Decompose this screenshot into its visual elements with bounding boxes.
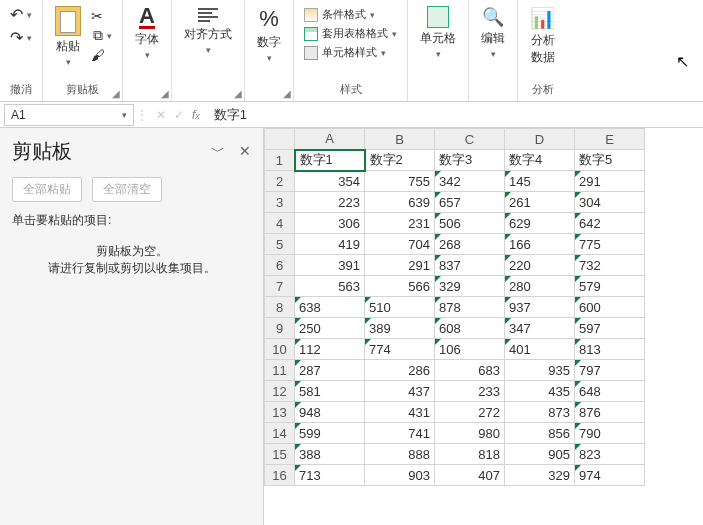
cell-styles-button[interactable]: 单元格样式▾ [302,44,388,61]
row-header[interactable]: 16 [265,465,295,486]
cell[interactable]: 391 [295,255,365,276]
cell[interactable]: 774 [365,339,435,360]
column-header[interactable]: D [505,129,575,150]
row-header[interactable]: 8 [265,297,295,318]
column-header[interactable]: E [575,129,645,150]
cell[interactable]: 数字3 [435,150,505,171]
select-all-corner[interactable] [265,129,295,150]
cell[interactable]: 435 [505,381,575,402]
paste-button[interactable]: 粘贴 ▾ [51,4,85,69]
cell[interactable]: 166 [505,234,575,255]
cell[interactable]: 683 [435,360,505,381]
row-header[interactable]: 7 [265,276,295,297]
cell[interactable]: 937 [505,297,575,318]
row-header[interactable]: 1 [265,150,295,171]
cell[interactable]: 268 [435,234,505,255]
cell[interactable]: 873 [505,402,575,423]
alignment-dialog-launcher[interactable]: ◢ [234,88,242,99]
cell[interactable]: 342 [435,171,505,192]
font-button[interactable]: 字体 ▾ [131,4,163,62]
cell[interactable]: 566 [365,276,435,297]
editing-button[interactable]: 编辑 ▾ [477,4,509,61]
cell[interactable]: 903 [365,465,435,486]
cell[interactable]: 713 [295,465,365,486]
number-button[interactable]: 数字 ▾ [253,4,285,65]
cell[interactable]: 329 [505,465,575,486]
cell[interactable]: 741 [365,423,435,444]
formula-input[interactable]: 数字1 [208,106,703,124]
row-header[interactable]: 14 [265,423,295,444]
cut-button[interactable] [91,8,103,24]
cancel-icon[interactable]: ✕ [156,108,166,122]
cell[interactable]: 581 [295,381,365,402]
row-header[interactable]: 2 [265,171,295,192]
cell[interactable]: 304 [575,192,645,213]
row-header[interactable]: 6 [265,255,295,276]
column-header[interactable]: B [365,129,435,150]
cell[interactable]: 数字1 [295,150,365,171]
cell[interactable]: 389 [365,318,435,339]
cell[interactable]: 510 [365,297,435,318]
cell[interactable]: 数字2 [365,150,435,171]
cell[interactable]: 642 [575,213,645,234]
cell[interactable]: 638 [295,297,365,318]
cell[interactable]: 876 [575,402,645,423]
cell[interactable]: 948 [295,402,365,423]
cells-button[interactable]: 单元格 ▾ [416,4,460,61]
cell[interactable]: 878 [435,297,505,318]
font-dialog-launcher[interactable]: ◢ [161,88,169,99]
alignment-button[interactable]: 对齐方式 ▾ [180,4,236,57]
cell[interactable]: 数字4 [505,150,575,171]
cell[interactable]: 823 [575,444,645,465]
row-header[interactable]: 11 [265,360,295,381]
cell[interactable]: 354 [295,171,365,192]
cell[interactable]: 818 [435,444,505,465]
cell[interactable]: 732 [575,255,645,276]
cell[interactable]: 905 [505,444,575,465]
analyze-data-button[interactable]: 分析 数据 [526,4,559,68]
cell[interactable]: 980 [435,423,505,444]
cell[interactable]: 145 [505,171,575,192]
cell[interactable]: 291 [575,171,645,192]
cell[interactable]: 231 [365,213,435,234]
number-dialog-launcher[interactable]: ◢ [283,88,291,99]
format-as-table-button[interactable]: 套用表格格式▾ [302,25,399,42]
cell[interactable]: 106 [435,339,505,360]
cell[interactable]: 388 [295,444,365,465]
close-icon[interactable]: ✕ [239,143,251,161]
worksheet-grid[interactable]: ABCDE1数字1数字2数字3数字4数字52354755342145291322… [264,128,703,525]
cell[interactable]: 250 [295,318,365,339]
cell[interactable]: 657 [435,192,505,213]
clear-all-button[interactable]: 全部清空 [92,177,162,202]
cell[interactable]: 291 [365,255,435,276]
chevron-down-icon[interactable]: ﹀ [211,143,225,161]
cell[interactable]: 272 [435,402,505,423]
name-box[interactable]: A1 ▾ [4,104,134,126]
column-header[interactable]: A [295,129,365,150]
cell[interactable]: 856 [505,423,575,444]
cell[interactable]: 797 [575,360,645,381]
cell[interactable]: 数字5 [575,150,645,171]
copy-button[interactable]: ▾ [91,26,114,45]
cell[interactable]: 563 [295,276,365,297]
row-header[interactable]: 4 [265,213,295,234]
fx-icon[interactable]: fx [192,108,200,122]
cell[interactable]: 401 [505,339,575,360]
cell[interactable]: 506 [435,213,505,234]
row-header[interactable]: 12 [265,381,295,402]
cell[interactable]: 888 [365,444,435,465]
cell[interactable]: 286 [365,360,435,381]
cell[interactable]: 233 [435,381,505,402]
redo-button[interactable]: ▾ [8,27,34,48]
cell[interactable]: 437 [365,381,435,402]
conditional-formatting-button[interactable]: 条件格式▾ [302,6,377,23]
cell[interactable]: 837 [435,255,505,276]
cell[interactable]: 775 [575,234,645,255]
chevron-down-icon[interactable]: ▾ [122,110,127,120]
cell[interactable]: 600 [575,297,645,318]
cell[interactable]: 261 [505,192,575,213]
row-header[interactable]: 3 [265,192,295,213]
column-header[interactable]: C [435,129,505,150]
cell[interactable]: 306 [295,213,365,234]
cell[interactable]: 220 [505,255,575,276]
